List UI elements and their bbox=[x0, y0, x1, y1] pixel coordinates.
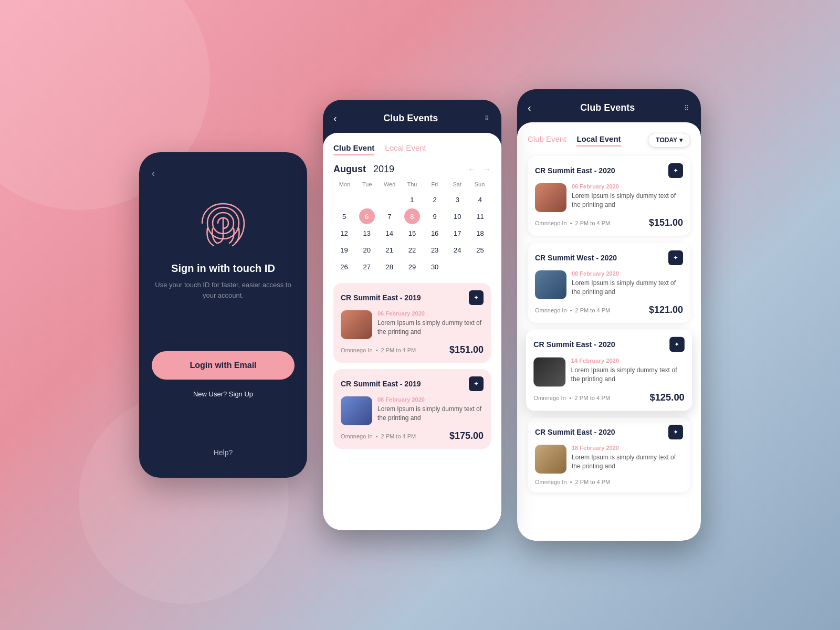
prev-month-button[interactable]: ← bbox=[468, 165, 476, 174]
event-list-date-1: 06 February 2020 bbox=[572, 183, 683, 190]
calendar-tabs: Club Event Local Event bbox=[333, 143, 491, 155]
tab-local-event[interactable]: Local Event bbox=[385, 143, 426, 155]
event-list-item-3: CR Summit East - 2020 ✦ 14 February 2020… bbox=[526, 329, 692, 411]
calendar-date[interactable]: 2 bbox=[427, 192, 443, 207]
calendar-date[interactable]: 16 bbox=[427, 225, 443, 241]
event-list-1-title: CR Summit East - 2020 bbox=[535, 166, 615, 175]
events-list: CR Summit East - 2020 ✦ 06 February 2020… bbox=[528, 156, 690, 492]
fingerprint-icon bbox=[197, 200, 249, 252]
calendar-date[interactable]: 19 bbox=[337, 242, 352, 258]
event-price-1: $151.00 bbox=[449, 344, 484, 355]
event-list-info-4: 18 February 2020 Lorem Ipsum is simply d… bbox=[572, 445, 683, 474]
event-list-3-title: CR Summit East - 2020 bbox=[533, 340, 615, 349]
calendar-date[interactable]: 17 bbox=[449, 225, 465, 241]
event-card-1-body: 06 February 2020 Lorem Ipsum is simply d… bbox=[341, 310, 484, 339]
calendar-date[interactable]: 18 bbox=[472, 225, 488, 241]
event-list-desc-3: Lorem Ipsum is simply dummy text of the … bbox=[571, 366, 685, 384]
calendar-date[interactable]: 26 bbox=[337, 259, 352, 275]
event-list-date-4: 18 February 2020 bbox=[572, 445, 683, 451]
calendar-content: Club Event Local Event August 2019 ← → M… bbox=[323, 133, 501, 530]
calendar-date[interactable]: 5 bbox=[337, 208, 352, 224]
event-list-img-4 bbox=[535, 445, 566, 474]
calendar-dots-icon[interactable]: ⠿ bbox=[485, 115, 491, 122]
calendar-date[interactable]: 14 bbox=[382, 225, 397, 241]
calendar-header: ‹ Club Events ⠿ bbox=[323, 100, 501, 133]
event-list-item-1: CR Summit East - 2020 ✦ 06 February 2020… bbox=[528, 156, 690, 236]
event-desc-1: Lorem Ipsum is simply dummy text of the … bbox=[377, 319, 484, 337]
screens-container: ‹ Sign in with touch ID Use your touch I… bbox=[139, 89, 701, 541]
calendar-date[interactable]: 30 bbox=[427, 259, 443, 275]
next-month-button[interactable]: → bbox=[482, 165, 491, 174]
calendar-days-header: Mon Tue Wed Thu Fri Sat Sun bbox=[333, 181, 491, 187]
signup-link[interactable]: New User? Sign Up bbox=[193, 390, 253, 398]
event-list-item-4: CR Summit East - 2020 ✦ 18 February 2020… bbox=[528, 417, 690, 492]
calendar-date[interactable]: 22 bbox=[404, 242, 420, 258]
today-filter-button[interactable]: TODAY ▾ bbox=[648, 133, 690, 148]
calendar-date[interactable]: 24 bbox=[449, 242, 465, 258]
calendar-date[interactable]: 8 bbox=[404, 208, 420, 224]
event-card-2-body: 08 February 2020 Lorem Ipsum is simply d… bbox=[341, 396, 484, 425]
events-tabs-filter: Club Event Local Event TODAY ▾ bbox=[528, 133, 690, 148]
calendar-date[interactable]: 1 bbox=[404, 192, 420, 207]
event-list-desc-4: Lorem Ipsum is simply dummy text of the … bbox=[572, 453, 683, 471]
calendar-date[interactable]: 4 bbox=[472, 192, 488, 207]
event-list-badge-1: ✦ bbox=[668, 163, 683, 178]
tab-club-event[interactable]: Club Event bbox=[333, 143, 374, 155]
screen-events: ‹ Club Events ⠿ Club Event Local Event T… bbox=[517, 89, 701, 541]
calendar-date[interactable]: 29 bbox=[404, 259, 420, 275]
calendar-date[interactable]: 6 bbox=[359, 208, 375, 224]
events-tab-local[interactable]: Local Event bbox=[576, 134, 621, 146]
calendar-year-value: 2019 bbox=[373, 164, 394, 174]
event-date-2: 08 February 2020 bbox=[377, 396, 484, 403]
event-card-2-header: CR Summit East - 2019 ✦ bbox=[341, 376, 484, 391]
event-list-1-body: 06 February 2020 Lorem Ipsum is simply d… bbox=[535, 183, 683, 212]
event-info-1: 06 February 2020 Lorem Ipsum is simply d… bbox=[377, 310, 484, 339]
events-back-button[interactable]: ‹ bbox=[528, 102, 531, 114]
calendar-date[interactable]: 7 bbox=[382, 208, 397, 224]
calendar-date[interactable]: 25 bbox=[472, 242, 488, 258]
calendar-month-year: August 2019 bbox=[333, 164, 394, 175]
chevron-down-icon: ▾ bbox=[679, 136, 682, 144]
event-badge-1: ✦ bbox=[469, 290, 484, 305]
calendar-date[interactable]: 27 bbox=[359, 259, 375, 275]
calendar-date[interactable]: 3 bbox=[449, 192, 465, 207]
event-list-3-header: CR Summit East - 2020 ✦ bbox=[533, 337, 685, 352]
calendar-date[interactable]: 13 bbox=[359, 225, 375, 241]
calendar-nav: ← → bbox=[468, 165, 491, 174]
event-location-2: Omnnego In • 2 PM to 4 PM bbox=[341, 433, 416, 439]
event-list-loc-2: Omnnego In • 2 PM to 4 PM bbox=[535, 307, 610, 313]
calendar-date[interactable]: 9 bbox=[427, 208, 443, 224]
calendar-date[interactable]: 12 bbox=[337, 225, 352, 241]
event-location-1: Omnnego In • 2 PM to 4 PM bbox=[341, 347, 416, 353]
event-list-date-3: 14 February 2020 bbox=[571, 358, 685, 364]
calendar-date[interactable]: 15 bbox=[404, 225, 420, 241]
event-list-3-body: 14 February 2020 Lorem Ipsum is simply d… bbox=[533, 358, 685, 387]
login-email-button[interactable]: Login with Email bbox=[152, 351, 295, 380]
login-actions: Login with Email New User? Sign Up bbox=[152, 351, 295, 398]
events-dots-icon[interactable]: ⠿ bbox=[684, 104, 690, 112]
calendar-date[interactable]: 28 bbox=[382, 259, 397, 275]
events-tabs-group: Club Event Local Event bbox=[528, 134, 621, 146]
event-list-img-2 bbox=[535, 270, 566, 299]
calendar-month-label: August bbox=[333, 164, 366, 174]
event-card-2: CR Summit East - 2019 ✦ 08 February 2020… bbox=[333, 369, 491, 449]
event-desc-2: Lorem Ipsum is simply dummy text of the … bbox=[377, 405, 484, 423]
event-footer-2: Omnnego In • 2 PM to 4 PM $175.00 bbox=[341, 430, 484, 442]
back-button[interactable]: ‹ bbox=[152, 168, 155, 179]
calendar-back-button[interactable]: ‹ bbox=[333, 112, 337, 124]
events-tab-club[interactable]: Club Event bbox=[528, 134, 566, 146]
calendar-date[interactable]: 11 bbox=[472, 208, 488, 224]
help-link[interactable]: Help? bbox=[214, 448, 233, 457]
event-card-1-header: CR Summit East - 2019 ✦ bbox=[341, 290, 484, 305]
calendar-date[interactable]: 23 bbox=[427, 242, 443, 258]
event-list-price-2: $121.00 bbox=[649, 304, 683, 316]
calendar-date[interactable]: 20 bbox=[359, 242, 375, 258]
calendar-year-label bbox=[368, 164, 371, 174]
fingerprint-area: Sign in with touch ID Use your touch ID … bbox=[152, 200, 295, 300]
event-list-loc-3: Omnnego In • 2 PM to 4 PM bbox=[533, 394, 610, 401]
event-list-footer-4: Omnnego In • 2 PM to 4 PM bbox=[535, 479, 683, 485]
event-img-1 bbox=[341, 310, 372, 339]
calendar-date[interactable]: 21 bbox=[382, 242, 397, 258]
calendar-date bbox=[359, 192, 375, 207]
calendar-date[interactable]: 10 bbox=[449, 208, 465, 224]
